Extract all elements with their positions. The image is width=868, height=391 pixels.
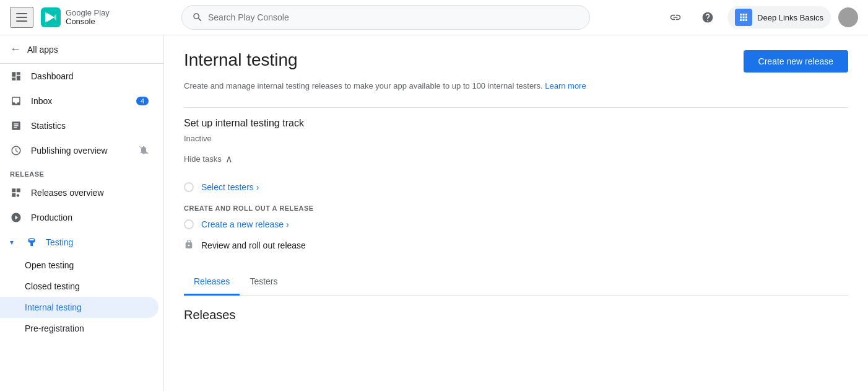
- logo-google-play: Google Play: [66, 9, 110, 17]
- create-new-release-button[interactable]: Create new release: [744, 50, 848, 72]
- sidebar-item-publishing-overview[interactable]: Publishing overview: [0, 138, 158, 163]
- sidebar-item-production[interactable]: Production: [0, 205, 158, 230]
- sidebar-item-publishing-label: Publishing overview: [31, 146, 108, 156]
- hide-tasks-label: Hide tasks: [184, 154, 222, 164]
- sidebar-item-closed-testing-label: Closed testing: [25, 281, 80, 291]
- sidebar-item-releases-overview[interactable]: Releases overview: [0, 180, 158, 205]
- avatar-icon: [842, 11, 854, 24]
- status-label: Inactive: [184, 134, 848, 143]
- logo-text: Google Play Console: [66, 9, 110, 27]
- review-rollout-label: Review and roll out release: [201, 240, 306, 250]
- task-select-testers: Select testers ›: [184, 177, 848, 197]
- create-rollout-label: CREATE AND ROLL OUT A RELEASE: [184, 197, 848, 214]
- back-arrow-icon: ←: [10, 43, 21, 56]
- help-icon: [701, 11, 714, 24]
- sidebar-item-testing[interactable]: ▾ Testing: [0, 230, 158, 255]
- learn-more-link[interactable]: Learn more: [545, 81, 586, 90]
- release-section-label: Release: [0, 163, 163, 180]
- main-content: Internal testing Create new release Crea…: [164, 35, 868, 391]
- select-testers-link[interactable]: Select testers ›: [201, 182, 259, 192]
- app-chip[interactable]: Deep Links Basics: [727, 6, 831, 29]
- all-apps-button[interactable]: ← All apps: [0, 35, 163, 64]
- sidebar-item-statistics[interactable]: Statistics: [0, 113, 158, 138]
- page-title: Internal testing: [184, 50, 298, 70]
- search-input[interactable]: [208, 12, 579, 22]
- sidebar-item-statistics-label: Statistics: [31, 121, 66, 131]
- publishing-overview-icon: [10, 144, 22, 157]
- divider: [184, 107, 848, 108]
- releases-heading: Releases: [184, 308, 848, 322]
- user-avatar[interactable]: [838, 7, 858, 27]
- sidebar-item-dashboard[interactable]: Dashboard: [0, 64, 158, 89]
- sidebar: ← All apps Dashboard Inbox 4 Statistics: [0, 35, 164, 391]
- hide-tasks-row[interactable]: Hide tasks ∧: [184, 153, 848, 165]
- help-icon-button[interactable]: [695, 5, 720, 30]
- app-logo-icon: [738, 12, 749, 23]
- sidebar-item-dashboard-label: Dashboard: [31, 71, 74, 81]
- all-apps-label: All apps: [27, 45, 58, 55]
- lock-icon: [184, 239, 194, 252]
- logo-area: Google Play Console: [41, 7, 110, 27]
- main-layout: ← All apps Dashboard Inbox 4 Statistics: [0, 35, 868, 391]
- app-icon: [735, 9, 752, 26]
- inbox-badge: 4: [136, 97, 149, 105]
- sidebar-item-production-label: Production: [31, 213, 72, 222]
- sidebar-item-testing-label: Testing: [46, 237, 73, 247]
- link-icon: [669, 11, 682, 24]
- topbar-left: Google Play Console: [10, 7, 174, 28]
- app-name-label: Deep Links Basics: [757, 13, 823, 22]
- topbar: Google Play Console Dee: [0, 0, 868, 35]
- sidebar-item-open-testing[interactable]: Open testing: [0, 255, 158, 276]
- inbox-icon: [10, 95, 22, 107]
- task-create-release: Create a new release ›: [184, 214, 848, 234]
- play-store-logo-icon: [41, 7, 61, 27]
- tabs: Releases Testers: [184, 269, 848, 296]
- sidebar-item-pre-registration[interactable]: Pre-registration: [0, 318, 158, 339]
- page-description: Create and manage internal testing relea…: [184, 80, 848, 92]
- hamburger-menu-button[interactable]: [10, 7, 33, 28]
- setup-section-title: Set up internal testing track: [184, 118, 848, 129]
- dashboard-icon: [10, 70, 22, 82]
- testing-icon: [25, 236, 37, 248]
- search-bar[interactable]: [181, 5, 590, 30]
- testing-arrow-icon: ▾: [10, 238, 14, 247]
- sidebar-item-open-testing-label: Open testing: [25, 260, 74, 270]
- bell-off-icon: [139, 145, 149, 157]
- sidebar-item-inbox-label: Inbox: [31, 96, 52, 106]
- task-review-rollout: Review and roll out release: [184, 234, 848, 257]
- sidebar-item-internal-testing[interactable]: Internal testing: [0, 297, 158, 318]
- logo-console: Console: [66, 17, 110, 26]
- sidebar-item-releases-overview-label: Releases overview: [31, 188, 104, 198]
- tab-releases[interactable]: Releases: [184, 269, 240, 296]
- tab-testers[interactable]: Testers: [240, 269, 287, 296]
- page-header: Internal testing Create new release: [184, 50, 848, 72]
- task-circle-create-icon: [184, 219, 194, 229]
- releases-overview-icon: [10, 187, 22, 199]
- create-release-link[interactable]: Create a new release ›: [201, 219, 289, 229]
- statistics-icon: [10, 120, 22, 132]
- task-circle-icon: [184, 182, 194, 192]
- sidebar-item-pre-registration-label: Pre-registration: [25, 323, 84, 333]
- search-icon: [192, 12, 203, 23]
- production-icon: [10, 211, 22, 224]
- chevron-up-icon: ∧: [225, 153, 233, 165]
- sidebar-item-inbox[interactable]: Inbox 4: [0, 89, 158, 113]
- sidebar-item-internal-testing-label: Internal testing: [25, 302, 82, 312]
- topbar-right: Deep Links Basics: [663, 5, 858, 30]
- sidebar-item-closed-testing[interactable]: Closed testing: [0, 276, 158, 297]
- link-icon-button[interactable]: [663, 5, 688, 30]
